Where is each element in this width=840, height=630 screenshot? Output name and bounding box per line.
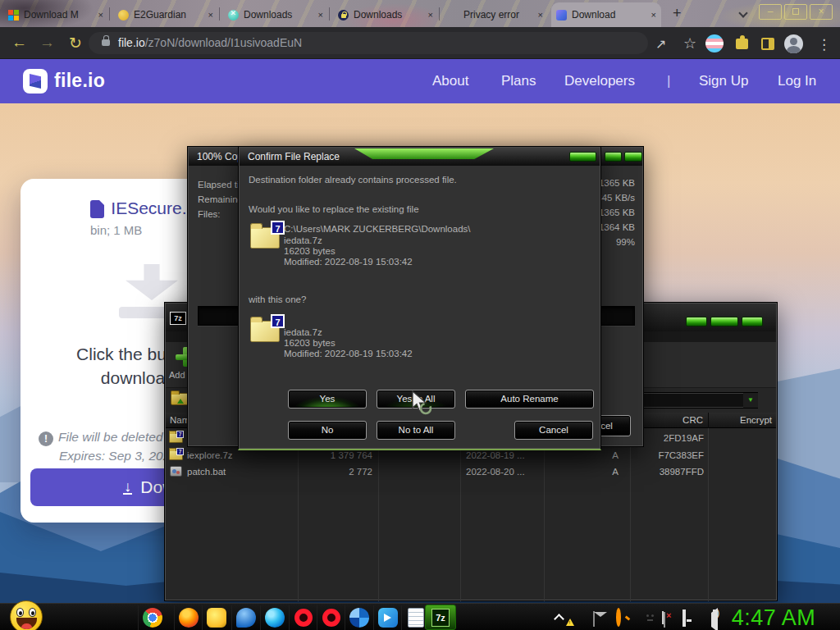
file-meta: bin; 1 MB xyxy=(90,223,142,237)
tab-e2guardian[interactable]: E2Guardian × xyxy=(113,2,218,27)
window-minimize-button[interactable]: – xyxy=(759,4,782,20)
download-button-icon: ↓ xyxy=(123,481,132,495)
no-to-all-button[interactable]: No to All xyxy=(377,421,455,440)
back-icon[interactable]: ← xyxy=(11,34,27,52)
download-arrow-icon xyxy=(126,264,178,300)
tab-download-manager[interactable]: Download M × xyxy=(3,2,108,27)
tab-title: Downloads xyxy=(244,9,315,21)
reload-icon[interactable]: ↻ xyxy=(69,34,82,52)
with-label: with this one? xyxy=(249,294,306,304)
confirm-message: Destination folder already contains proc… xyxy=(249,175,457,185)
column-header-encrypted[interactable]: Encrypt xyxy=(709,413,778,428)
tab-close-icon[interactable]: × xyxy=(318,10,323,20)
tab-close-icon[interactable]: × xyxy=(651,10,656,20)
tab-separator xyxy=(439,7,440,21)
url-text[interactable]: file.io/z7oN/download/I1usivoadEuN xyxy=(118,36,302,49)
tray-mail-icon[interactable] xyxy=(593,611,595,627)
taskbar-opera2-button[interactable] xyxy=(317,605,345,630)
windows-logo-favicon xyxy=(8,10,19,21)
taskbar-thunderbird-button[interactable] xyxy=(231,605,259,630)
taskbar-opera-button[interactable] xyxy=(289,605,317,630)
extensions-puzzle-icon[interactable] xyxy=(736,39,748,49)
padlock-icon[interactable] xyxy=(102,39,110,46)
nav-about[interactable]: About xyxy=(432,73,468,89)
url-bar[interactable]: file.io/z7oN/download/I1usivoadEuN xyxy=(89,32,648,54)
taskbar-chrome-button[interactable] xyxy=(138,605,166,630)
fm-minimize-button[interactable] xyxy=(686,317,707,326)
fm-close-button[interactable] xyxy=(742,317,763,326)
blue-arrow-app-icon xyxy=(378,608,398,628)
smiley-eye xyxy=(16,608,24,617)
confirm-close-button[interactable] xyxy=(569,152,596,162)
files-label: Files: xyxy=(198,209,220,219)
lock-favicon xyxy=(338,10,349,21)
taskbar-edge-button[interactable] xyxy=(260,605,288,630)
copy-minimize-button[interactable] xyxy=(605,152,622,162)
nav-plans[interactable]: Plans xyxy=(501,73,536,89)
bookmark-star-icon[interactable]: ☆ xyxy=(683,34,696,52)
existing-archive-icon: 7 xyxy=(250,227,280,249)
taskbar-coins-button[interactable] xyxy=(202,605,230,630)
yes-button[interactable]: Yes xyxy=(288,390,367,409)
nav-developers[interactable]: Developers xyxy=(564,73,635,89)
tab-downloads-1[interactable]: Downloads × xyxy=(223,2,328,27)
fileio-logo-icon[interactable] xyxy=(23,69,48,94)
auto-rename-button[interactable]: Auto Rename xyxy=(465,390,594,409)
folder-up-icon[interactable] xyxy=(171,393,189,405)
tab-close-icon[interactable]: × xyxy=(98,10,103,20)
taskbar: 7z 4:47 AM xyxy=(0,603,840,630)
sidebar-icon[interactable] xyxy=(761,38,774,50)
tray-magnifier-icon[interactable] xyxy=(616,608,621,627)
incoming-size: 16203 bytes xyxy=(284,338,336,348)
smiley-eye xyxy=(29,608,36,617)
tab-downloads-2[interactable]: Downloads × xyxy=(333,2,438,27)
incoming-name: iedata.7z xyxy=(284,327,322,337)
taskbar-clock[interactable]: 4:47 AM xyxy=(715,605,832,630)
tab-download-active[interactable]: Download × xyxy=(551,2,661,27)
window-restore-button[interactable] xyxy=(784,4,807,20)
nav-signup[interactable]: Sign Up xyxy=(699,73,748,89)
blank-favicon xyxy=(448,10,459,21)
cell-size: 2 772 xyxy=(299,463,372,480)
fileio-brand[interactable]: file.io xyxy=(54,70,105,92)
tab-close-icon[interactable]: × xyxy=(428,10,433,20)
forward-icon[interactable]: → xyxy=(39,34,55,52)
notepad-icon xyxy=(408,608,424,628)
badge-7: 7 xyxy=(176,431,184,438)
taskbar-7zip-active-button[interactable]: 7z xyxy=(425,605,456,630)
tray-network-icon[interactable] xyxy=(682,609,686,627)
screen: Download M × E2Guardian × Downloads × Do… xyxy=(0,0,840,630)
tab-close-icon[interactable]: × xyxy=(538,10,543,20)
fm-maximize-button[interactable] xyxy=(710,317,738,326)
taskbar-share-app-button[interactable] xyxy=(373,605,401,630)
existing-path: C:\Users\MARK ZUCKERBERG\Downloads\ xyxy=(284,224,471,234)
tab-privacy-error[interactable]: Privacy error × xyxy=(443,2,548,27)
account-avatar-icon[interactable] xyxy=(784,34,803,53)
address-dropdown-icon[interactable]: ▼ xyxy=(743,393,758,408)
seven-zip-icon: 7z xyxy=(170,312,186,325)
cell-name: iexplore.7z xyxy=(187,447,233,463)
share-icon[interactable]: ↗ xyxy=(655,36,666,52)
tab-search-chevron-icon[interactable] xyxy=(738,8,747,17)
new-tab-button[interactable]: + xyxy=(673,5,682,22)
tab-title: Download M xyxy=(24,9,95,21)
taskbar-player-button[interactable] xyxy=(345,605,372,630)
gold-app-icon xyxy=(207,608,226,628)
column-separator xyxy=(378,428,379,601)
tab-title: Downloads xyxy=(354,9,425,21)
taskbar-firefox-button[interactable] xyxy=(174,605,202,630)
browser-menu-icon[interactable]: ⋮ xyxy=(817,36,831,53)
start-smiley-button[interactable] xyxy=(10,600,43,630)
browser-toolbar: ← → ↻ file.io/z7oN/download/I1usivoadEuN… xyxy=(0,27,840,59)
no-button[interactable]: No xyxy=(288,421,367,440)
window-close-button[interactable]: × xyxy=(810,4,833,20)
nav-login[interactable]: Log In xyxy=(778,73,816,89)
copy-close-button[interactable] xyxy=(624,152,642,162)
cancel-button[interactable]: Cancel xyxy=(514,421,593,440)
tab-close-icon[interactable]: × xyxy=(208,10,213,20)
badge-7: 7 xyxy=(176,448,184,455)
media-player-icon xyxy=(349,608,369,628)
confirm-dialog-title-bar[interactable]: Confirm File Replace xyxy=(240,148,600,166)
profile-avatar-icon[interactable] xyxy=(705,34,724,52)
tray-flag-icon[interactable] xyxy=(664,612,665,628)
